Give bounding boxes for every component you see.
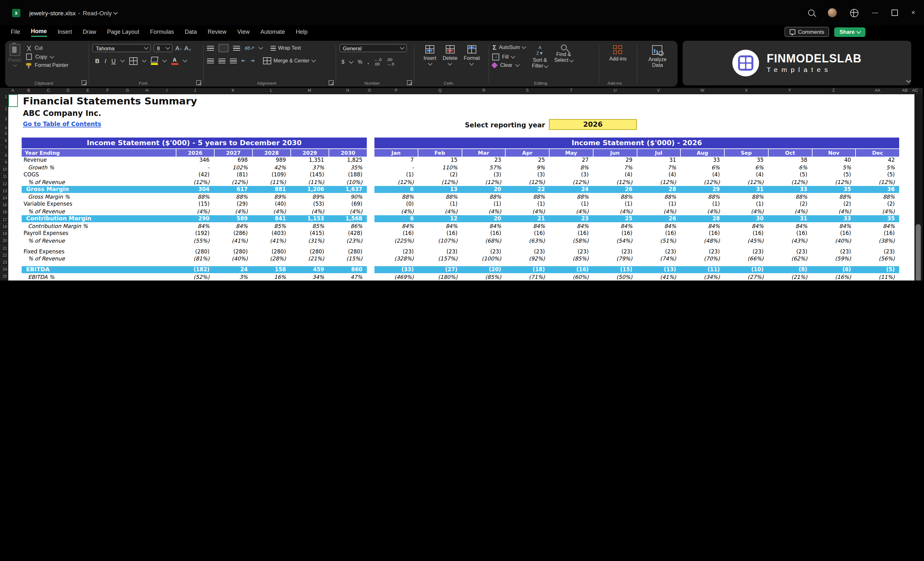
cell[interactable]: 84% [549,223,593,229]
table-of-contents-link[interactable]: Go to Table of Contents [23,120,101,128]
cell[interactable]: (48%) [680,237,724,244]
cell[interactable]: - [176,164,214,171]
row-header-21[interactable]: 21 [0,246,8,252]
cell[interactable]: 589 [214,216,252,222]
cell[interactable]: (23) [768,248,812,255]
cell[interactable]: (157%) [418,256,462,262]
cell[interactable]: (31%) [290,237,328,244]
grow-font-button[interactable]: A^ [176,45,182,52]
cell[interactable]: (280) [176,248,214,255]
cell[interactable]: 42% [252,164,290,171]
column-header-F[interactable]: F [106,88,109,92]
cell[interactable]: (40) [252,201,290,207]
clear-button[interactable]: Clear [493,62,526,68]
cell[interactable]: (3) [462,172,506,178]
cut-button[interactable]: Cut [26,45,69,51]
cell[interactable]: - [375,164,418,171]
cell[interactable]: (56%) [855,256,899,262]
column-header-G[interactable]: G [126,88,129,92]
cell[interactable]: (11) [680,267,724,273]
row-header-1[interactable]: 1 [0,94,8,106]
font-color-button[interactable]: A [171,57,178,64]
select-all-corner[interactable] [0,88,8,94]
maximize-button[interactable] [891,9,898,16]
cell[interactable]: (4%) [418,208,462,214]
cell[interactable]: (16) [768,230,812,237]
row-header-16[interactable]: 16 [0,210,8,217]
cell[interactable]: 84% [418,223,462,229]
cell[interactable]: 21 [506,216,549,222]
cell[interactable]: 5% [812,164,855,171]
cell[interactable]: 29 [593,157,637,164]
cell[interactable]: 6 [375,186,418,193]
cell[interactable]: 27 [549,157,593,164]
cell[interactable]: (428) [328,230,367,237]
row-header-15[interactable]: 15 [0,202,8,210]
cell[interactable]: (23) [506,248,549,255]
cell[interactable]: (11%) [855,274,899,280]
cell[interactable]: (23) [724,248,768,255]
cell[interactable]: 88% [214,194,252,200]
cell[interactable]: (145) [290,172,328,178]
paste-button[interactable]: Paste [8,44,21,68]
underline-button[interactable]: U [111,57,116,64]
cell[interactable]: 26 [593,186,637,193]
cell[interactable]: (4) [724,172,768,178]
cell[interactable]: (79%) [593,256,637,262]
column-header-S[interactable]: S [526,88,529,92]
cell[interactable]: 29 [680,186,724,193]
cell[interactable]: (16) [375,230,418,237]
cell[interactable]: (1) [724,201,768,207]
cell[interactable]: (59%) [812,256,855,262]
cell[interactable]: (23) [462,248,506,255]
cell[interactable]: (70%) [680,256,724,262]
align-center-icon[interactable] [218,58,225,63]
column-header-U[interactable]: U [614,88,616,92]
ribbon-tab-home[interactable]: Home [31,28,47,37]
cell[interactable]: (12%) [176,179,214,185]
cell[interactable]: (21%) [290,256,328,262]
cell[interactable]: (28%) [252,256,290,262]
align-left-icon[interactable] [207,58,214,63]
cell[interactable]: 88% [812,194,855,200]
align-top-icon[interactable] [207,45,214,51]
minimize-button[interactable]: — [872,9,878,16]
cell[interactable]: (5) [855,267,899,273]
cell[interactable]: 88% [176,194,214,200]
number-dialog-launcher-icon[interactable] [407,80,412,86]
column-header-AA[interactable]: AA [874,88,880,92]
column-header-AC[interactable]: AC [912,88,918,92]
cell[interactable]: 25 [593,216,637,222]
cell[interactable]: (50%) [593,274,637,280]
row-header-20[interactable]: 20 [0,238,8,246]
cell[interactable]: 158 [252,267,290,273]
cell[interactable]: (71%) [506,274,549,280]
column-header-H[interactable]: H [146,88,148,92]
cell[interactable]: (100%) [462,256,506,262]
cell[interactable]: (38%) [855,237,899,244]
cell[interactable]: (4%) [506,208,549,214]
cell[interactable]: (41%) [214,237,252,244]
cell[interactable]: 88% [375,194,418,200]
cell[interactable]: (5) [812,172,855,178]
cell[interactable]: (3) [506,172,549,178]
cell[interactable]: (188) [328,172,367,178]
italic-button[interactable]: I [104,57,106,64]
cell[interactable]: 35 [724,157,768,164]
column-header-L[interactable]: L [270,88,272,92]
row-header-7[interactable]: 7 [0,146,8,153]
cell[interactable]: 84% [855,223,899,229]
cell[interactable]: (12%) [375,179,418,185]
cell[interactable]: (4%) [328,208,367,214]
ribbon-tab-file[interactable]: File [11,28,20,36]
number-format-select[interactable]: General [340,44,407,52]
cell[interactable]: 88% [418,194,462,200]
comma-format-button[interactable]: , [368,59,369,64]
cell[interactable]: (23%) [328,237,367,244]
cell[interactable]: (192) [176,230,214,237]
find-select-button[interactable]: Find &Select [554,44,573,69]
cell[interactable]: 88% [462,194,506,200]
share-button[interactable]: Share [834,27,866,37]
cell[interactable]: 1,351 [290,157,328,164]
cell[interactable]: 84% [214,223,252,229]
